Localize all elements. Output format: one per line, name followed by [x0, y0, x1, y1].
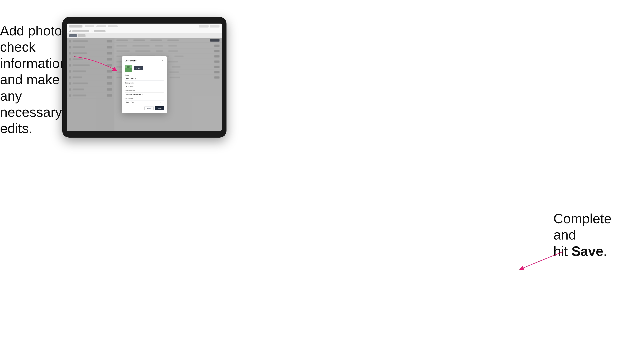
school-year-label: School Year — [125, 98, 164, 100]
select-arrow-icon: ⌃⌄ — [162, 101, 163, 104]
upload-photo-button[interactable]: Upload — [134, 66, 143, 70]
header-btn-2 — [210, 25, 220, 27]
toolbar-add-btn — [69, 34, 77, 37]
nav-item-2 — [96, 25, 106, 27]
breadcrumb-text-2 — [94, 30, 106, 32]
save-label: Save — [158, 107, 162, 109]
nav-item-3 — [108, 25, 118, 27]
breadcrumb-icon — [69, 30, 71, 32]
tablet-device: User details × Upload Name — [62, 17, 226, 138]
name-input[interactable] — [125, 77, 164, 80]
photo-section: Upload — [125, 65, 164, 72]
save-button[interactable]: ↑ Save — [155, 106, 164, 110]
user-photo-thumbnail — [125, 65, 132, 72]
cancel-button[interactable]: Cancel — [144, 106, 154, 110]
arrow-left — [70, 53, 119, 75]
modal-title: User details — [125, 60, 136, 62]
save-icon: ↑ — [157, 107, 158, 109]
modal-overlay: User details × Upload Name — [67, 38, 222, 131]
user-details-modal: User details × Upload Name — [122, 56, 167, 113]
tablet-screen: User details × Upload Name — [67, 23, 222, 131]
app-header — [67, 23, 222, 29]
nav-item-1 — [85, 25, 94, 27]
modal-header: User details × — [125, 59, 164, 62]
toolbar — [67, 33, 222, 38]
school-year-select-wrapper: Fourth Year × ⌃⌄ — [125, 100, 164, 104]
name-label: Name — [125, 74, 164, 76]
header-right — [199, 25, 220, 27]
toolbar-filter-btn — [78, 34, 86, 37]
app-logo — [69, 25, 82, 27]
breadcrumb-text — [72, 30, 89, 32]
display-name-label: Display name — [125, 82, 164, 84]
breadcrumb-bar — [67, 29, 222, 33]
select-clear-icon[interactable]: × — [160, 101, 160, 103]
modal-footer: Cancel ↑ Save — [125, 106, 164, 110]
school-year-value: Fourth Year — [126, 101, 134, 103]
modal-close-button[interactable]: × — [162, 59, 164, 62]
school-year-field-group: School Year Fourth Year × ⌃⌄ — [125, 98, 164, 104]
header-btn-1 — [199, 25, 208, 27]
email-label: Email address — [125, 90, 164, 92]
breadcrumb-chevron — [91, 30, 92, 32]
display-name-field-group: Display name — [125, 82, 164, 88]
display-name-input[interactable] — [125, 85, 164, 88]
arrow-right — [516, 248, 568, 273]
email-input[interactable] — [125, 93, 164, 96]
name-field-group: Name — [125, 74, 164, 80]
content-area: User details × Upload Name — [67, 38, 222, 131]
annotation-left: Add photo, check information and make an… — [0, 23, 72, 137]
email-field-group: Email address — [125, 90, 164, 96]
school-year-select[interactable]: Fourth Year — [125, 100, 164, 104]
